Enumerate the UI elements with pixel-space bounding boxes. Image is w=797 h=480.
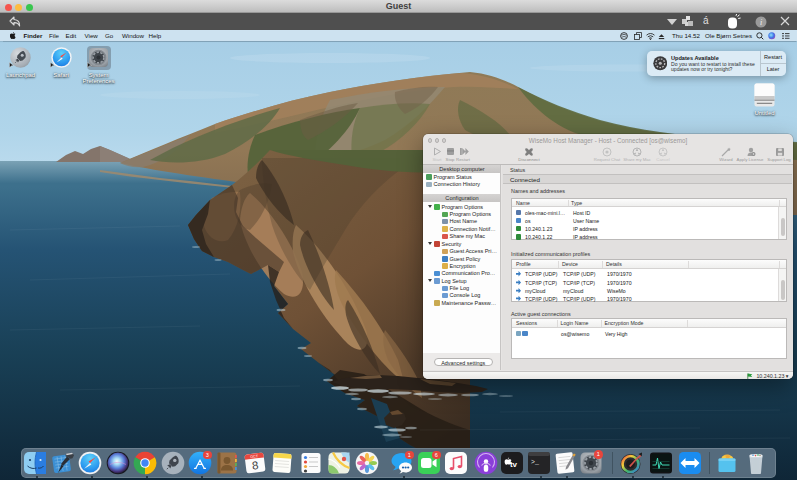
svg-text:i: i [760,17,762,26]
svg-text:tv: tv [510,460,518,469]
svg-text:>_: >_ [531,459,539,466]
